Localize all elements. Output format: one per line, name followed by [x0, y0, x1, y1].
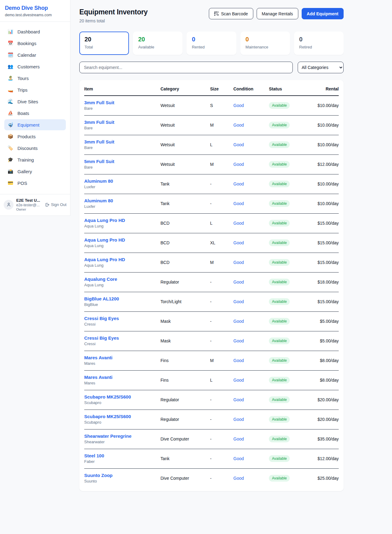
- rental-cell: $12.00/day: [307, 162, 339, 167]
- rental-cell: $12.00/day: [307, 456, 339, 461]
- condition-link[interactable]: Good: [233, 103, 244, 108]
- item-link[interactable]: Cressi Big Eyes: [84, 335, 160, 341]
- sidebar-item-customers[interactable]: 👥 Customers: [4, 61, 66, 72]
- status-cell: Available: [269, 338, 307, 344]
- sidebar-item-discounts[interactable]: 🏷️ Discounts: [4, 143, 66, 154]
- status-cell: Available: [269, 318, 307, 325]
- sidebar-item-label: Equipment: [17, 122, 40, 128]
- item-link[interactable]: 3mm Full Suit: [84, 100, 160, 105]
- item-link[interactable]: Aqua Lung Pro HD: [84, 257, 160, 262]
- condition-link[interactable]: Good: [233, 378, 244, 383]
- speedboat-icon: 🚤: [7, 87, 13, 93]
- item-brand: Bare: [84, 145, 160, 150]
- scan-barcode-button[interactable]: Scan Barcode: [209, 8, 253, 19]
- rental-cell: $10.00/day: [307, 201, 339, 206]
- item-link[interactable]: Cressi Big Eyes: [84, 316, 160, 321]
- equipment-table: Item Category Size Condition Status Rent…: [79, 80, 344, 491]
- item-link[interactable]: Steel 100: [84, 453, 160, 458]
- condition-cell: Good: [233, 103, 269, 108]
- sidebar-item-boats[interactable]: ⛵ Boats: [4, 108, 66, 119]
- item-brand: Shearwater: [84, 440, 160, 444]
- item-link[interactable]: BigBlue AL1200: [84, 296, 160, 301]
- item-brand: Faber: [84, 459, 160, 464]
- condition-link[interactable]: Good: [233, 319, 244, 324]
- stat-card-retired[interactable]: 0 Retired: [294, 32, 344, 55]
- stat-card-total[interactable]: 20 Total: [79, 32, 129, 55]
- item-link[interactable]: Aqua Lung Pro HD: [84, 237, 160, 242]
- item-link[interactable]: Scubapro MK25/S600: [84, 394, 160, 399]
- item-link[interactable]: Shearwater Peregrine: [84, 433, 160, 439]
- sidebar-item-dashboard[interactable]: 📊 Dashboard: [4, 26, 66, 37]
- condition-link[interactable]: Good: [233, 162, 244, 167]
- sidebar-item-tours[interactable]: 🏝️ Tours: [4, 73, 66, 84]
- rental-cell: $10.00/day: [307, 123, 339, 128]
- calendar-date-icon: 📅: [7, 40, 13, 46]
- category-select[interactable]: All Categories: [298, 62, 344, 73]
- size-cell: M: [210, 123, 233, 128]
- sidebar-user-footer: E2E Test U... e2e-tester@... Owner Sign …: [0, 194, 70, 216]
- condition-link[interactable]: Good: [233, 437, 244, 441]
- item-link[interactable]: Mares Avanti: [84, 375, 160, 380]
- item-link[interactable]: Mares Avanti: [84, 355, 160, 360]
- sidebar-item-calendar[interactable]: 🗓️ Calendar: [4, 49, 66, 60]
- condition-link[interactable]: Good: [233, 338, 244, 343]
- item-link[interactable]: 5mm Full Suit: [84, 159, 160, 164]
- sidebar-item-products[interactable]: 📦 Products: [4, 131, 66, 142]
- size-cell: -: [210, 280, 233, 284]
- condition-link[interactable]: Good: [233, 221, 244, 226]
- condition-link[interactable]: Good: [233, 280, 244, 284]
- condition-link[interactable]: Good: [233, 299, 244, 304]
- sidebar-item-label: Dashboard: [17, 29, 40, 34]
- item-link[interactable]: 3mm Full Suit: [84, 139, 160, 144]
- status-badge: Available: [269, 141, 290, 148]
- category-cell: BCD: [160, 221, 210, 226]
- item-link[interactable]: Aqua Lung Pro HD: [84, 218, 160, 223]
- condition-link[interactable]: Good: [233, 260, 244, 265]
- condition-cell: Good: [233, 338, 269, 344]
- item-link[interactable]: Aqualung Core: [84, 277, 160, 282]
- sidebar-item-dive-sites[interactable]: 🌊 Dive Sites: [4, 96, 66, 107]
- status-cell: Available: [269, 298, 307, 305]
- manage-rentals-button[interactable]: Manage Rentals: [257, 8, 298, 19]
- sidebar-item-training[interactable]: 🎓 Training: [4, 154, 66, 165]
- size-cell: -: [210, 437, 233, 441]
- item-link[interactable]: Suunto Zoop: [84, 473, 160, 478]
- sign-out-icon: [45, 203, 49, 207]
- condition-link[interactable]: Good: [233, 456, 244, 461]
- category-cell: Tank: [160, 456, 210, 461]
- condition-link[interactable]: Good: [233, 142, 244, 147]
- condition-link[interactable]: Good: [233, 201, 244, 206]
- item-link[interactable]: Scubapro MK25/S600: [84, 414, 160, 419]
- search-input[interactable]: [79, 62, 293, 73]
- item-link[interactable]: Aluminum 80: [84, 198, 160, 203]
- stat-card-rented[interactable]: 0 Rented: [187, 32, 236, 55]
- table-row: BigBlue AL1200 BigBlue Torch/Light - Goo…: [84, 292, 339, 312]
- stat-label: Available: [138, 45, 177, 49]
- condition-link[interactable]: Good: [233, 476, 244, 481]
- credit-card-icon: 💳: [7, 180, 13, 186]
- item-link[interactable]: 3mm Full Suit: [84, 120, 160, 125]
- add-equipment-button[interactable]: Add Equipment: [302, 8, 344, 19]
- rental-cell: $10.00/day: [307, 181, 339, 186]
- condition-link[interactable]: Good: [233, 397, 244, 402]
- sidebar-item-equipment[interactable]: 🤿 Equipment: [4, 119, 66, 130]
- condition-link[interactable]: Good: [233, 123, 244, 128]
- condition-link[interactable]: Good: [233, 358, 244, 363]
- item-link[interactable]: Aluminum 80: [84, 178, 160, 184]
- sidebar-item-pos[interactable]: 💳 POS: [4, 177, 66, 189]
- condition-cell: Good: [233, 456, 269, 461]
- stat-card-available[interactable]: 20 Available: [133, 32, 183, 55]
- stat-card-maintenance[interactable]: 0 Maintenance: [240, 32, 290, 55]
- table-row: Cressi Big Eyes Cressi Mask - Good Avail…: [84, 312, 339, 331]
- sidebar-item-bookings[interactable]: 📅 Bookings: [4, 38, 66, 49]
- app-root: Demo Dive Shop demo.test.divestreams.com…: [0, 0, 392, 502]
- condition-link[interactable]: Good: [233, 181, 244, 186]
- condition-link[interactable]: Good: [233, 240, 244, 245]
- brand-title[interactable]: Demo Dive Shop: [5, 5, 65, 11]
- table-row: Aluminum 80 Luxfer Tank - Good Available…: [84, 194, 339, 214]
- table-row: Suunto Zoop Suunto Dive Computer - Good …: [84, 469, 339, 488]
- sign-out-button[interactable]: Sign Out: [45, 202, 66, 207]
- condition-link[interactable]: Good: [233, 417, 244, 422]
- sidebar-item-trips[interactable]: 🚤 Trips: [4, 84, 66, 95]
- sidebar-item-gallery[interactable]: 📸 Gallery: [4, 166, 66, 177]
